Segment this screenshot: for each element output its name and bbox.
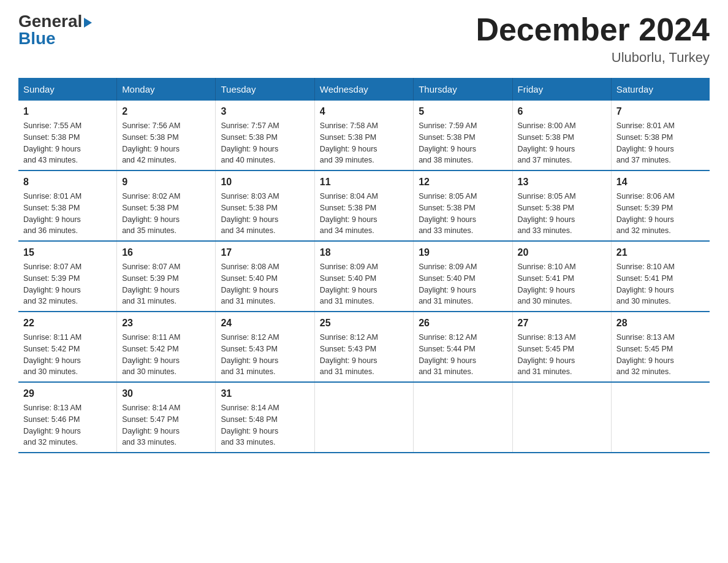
sunset-info: Sunset: 5:46 PM xyxy=(23,414,112,426)
week-row-5: 29 Sunrise: 8:13 AM Sunset: 5:46 PM Dayl… xyxy=(18,382,710,453)
day-cell: 3 Sunrise: 7:57 AM Sunset: 5:38 PM Dayli… xyxy=(216,101,314,170)
daylight-minutes: and 42 minutes. xyxy=(122,155,210,166)
daylight-label: Daylight: 9 hours xyxy=(221,285,309,296)
daylight-minutes: and 34 minutes. xyxy=(221,225,309,237)
daylight-label: Daylight: 9 hours xyxy=(616,355,705,367)
daylight-label: Daylight: 9 hours xyxy=(320,144,408,155)
sunset-info: Sunset: 5:48 PM xyxy=(221,414,309,426)
sunset-info: Sunset: 5:45 PM xyxy=(518,343,606,355)
day-number: 19 xyxy=(419,245,507,260)
day-cell: 15 Sunrise: 8:07 AM Sunset: 5:39 PM Dayl… xyxy=(18,241,117,312)
day-number: 5 xyxy=(419,104,507,119)
sunset-info: Sunset: 5:39 PM xyxy=(23,273,112,285)
header-cell-saturday: Saturday xyxy=(611,78,710,101)
sunset-info: Sunset: 5:38 PM xyxy=(221,202,309,214)
daylight-minutes: and 31 minutes. xyxy=(320,366,408,378)
daylight-label: Daylight: 9 hours xyxy=(419,144,507,155)
sunset-info: Sunset: 5:39 PM xyxy=(616,202,705,214)
daylight-label: Daylight: 9 hours xyxy=(23,144,112,155)
sunrise-info: Sunrise: 8:11 AM xyxy=(122,332,210,343)
day-cell: 9 Sunrise: 8:02 AM Sunset: 5:38 PM Dayli… xyxy=(117,170,216,241)
day-cell xyxy=(611,382,710,453)
sunset-info: Sunset: 5:40 PM xyxy=(320,273,408,285)
sunset-info: Sunset: 5:38 PM xyxy=(23,132,112,144)
daylight-minutes: and 33 minutes. xyxy=(419,225,507,237)
page-header: General Blue December 2024 Uluborlu, Tur… xyxy=(18,12,710,66)
daylight-minutes: and 31 minutes. xyxy=(122,296,210,307)
day-cell: 18 Sunrise: 8:09 AM Sunset: 5:40 PM Dayl… xyxy=(314,241,413,312)
sunset-info: Sunset: 5:40 PM xyxy=(419,273,507,285)
sunset-info: Sunset: 5:39 PM xyxy=(122,273,210,285)
day-cell: 24 Sunrise: 8:12 AM Sunset: 5:43 PM Dayl… xyxy=(216,312,314,382)
sunrise-info: Sunrise: 8:02 AM xyxy=(122,191,210,202)
day-cell xyxy=(314,382,413,453)
daylight-minutes: and 31 minutes. xyxy=(419,296,507,307)
daylight-label: Daylight: 9 hours xyxy=(221,426,309,437)
daylight-minutes: and 33 minutes. xyxy=(221,437,309,448)
day-cell: 27 Sunrise: 8:13 AM Sunset: 5:45 PM Dayl… xyxy=(512,312,611,382)
sunrise-info: Sunrise: 8:06 AM xyxy=(616,191,705,202)
daylight-minutes: and 32 minutes. xyxy=(616,225,705,237)
day-number: 4 xyxy=(320,104,408,119)
day-number: 21 xyxy=(616,245,705,260)
sunrise-info: Sunrise: 8:14 AM xyxy=(122,402,210,414)
day-cell: 12 Sunrise: 8:05 AM Sunset: 5:38 PM Dayl… xyxy=(414,170,512,241)
day-cell: 2 Sunrise: 7:56 AM Sunset: 5:38 PM Dayli… xyxy=(117,101,216,170)
daylight-minutes: and 32 minutes. xyxy=(23,437,112,448)
sunset-info: Sunset: 5:38 PM xyxy=(616,132,705,144)
sunrise-info: Sunrise: 8:12 AM xyxy=(320,332,408,343)
sunset-info: Sunset: 5:38 PM xyxy=(122,132,210,144)
day-cell xyxy=(414,382,512,453)
day-cell: 17 Sunrise: 8:08 AM Sunset: 5:40 PM Dayl… xyxy=(216,241,314,312)
daylight-label: Daylight: 9 hours xyxy=(518,214,606,226)
daylight-minutes: and 31 minutes. xyxy=(419,366,507,378)
sunset-info: Sunset: 5:38 PM xyxy=(320,202,408,214)
sunset-info: Sunset: 5:41 PM xyxy=(616,273,705,285)
sunrise-info: Sunrise: 8:05 AM xyxy=(419,191,507,202)
day-number: 18 xyxy=(320,245,408,260)
sunset-info: Sunset: 5:38 PM xyxy=(518,202,606,214)
day-cell: 19 Sunrise: 8:09 AM Sunset: 5:40 PM Dayl… xyxy=(414,241,512,312)
daylight-minutes: and 30 minutes. xyxy=(23,366,112,378)
day-number: 15 xyxy=(23,245,112,260)
day-cell: 6 Sunrise: 8:00 AM Sunset: 5:38 PM Dayli… xyxy=(512,101,611,170)
sunset-info: Sunset: 5:42 PM xyxy=(122,343,210,355)
daylight-minutes: and 32 minutes. xyxy=(23,296,112,307)
daylight-label: Daylight: 9 hours xyxy=(616,144,705,155)
sunrise-info: Sunrise: 7:58 AM xyxy=(320,120,408,132)
sunrise-info: Sunrise: 8:03 AM xyxy=(221,191,309,202)
day-cell xyxy=(512,382,611,453)
sunrise-info: Sunrise: 8:07 AM xyxy=(23,261,112,273)
day-number: 23 xyxy=(122,316,210,331)
sunrise-info: Sunrise: 8:10 AM xyxy=(616,261,705,273)
sunset-info: Sunset: 5:44 PM xyxy=(419,343,507,355)
calendar-table: SundayMondayTuesdayWednesdayThursdayFrid… xyxy=(18,78,710,453)
page-subtitle: Uluborlu, Turkey xyxy=(476,50,710,66)
day-number: 29 xyxy=(23,386,112,401)
daylight-label: Daylight: 9 hours xyxy=(616,214,705,226)
day-cell: 23 Sunrise: 8:11 AM Sunset: 5:42 PM Dayl… xyxy=(117,312,216,382)
sunset-info: Sunset: 5:38 PM xyxy=(419,132,507,144)
day-number: 10 xyxy=(221,175,309,190)
day-number: 31 xyxy=(221,386,309,401)
daylight-minutes: and 31 minutes. xyxy=(221,366,309,378)
week-row-2: 8 Sunrise: 8:01 AM Sunset: 5:38 PM Dayli… xyxy=(18,170,710,241)
sunset-info: Sunset: 5:40 PM xyxy=(221,273,309,285)
daylight-minutes: and 40 minutes. xyxy=(221,155,309,166)
day-cell: 30 Sunrise: 8:14 AM Sunset: 5:47 PM Dayl… xyxy=(117,382,216,453)
daylight-label: Daylight: 9 hours xyxy=(122,214,210,226)
sunrise-info: Sunrise: 7:56 AM xyxy=(122,120,210,132)
header-cell-monday: Monday xyxy=(117,78,216,101)
header-row: SundayMondayTuesdayWednesdayThursdayFrid… xyxy=(18,78,710,101)
sunset-info: Sunset: 5:38 PM xyxy=(23,202,112,214)
daylight-minutes: and 30 minutes. xyxy=(518,296,606,307)
day-cell: 1 Sunrise: 7:55 AM Sunset: 5:38 PM Dayli… xyxy=(18,101,117,170)
daylight-label: Daylight: 9 hours xyxy=(122,144,210,155)
sunset-info: Sunset: 5:38 PM xyxy=(320,132,408,144)
logo-text-block: General Blue xyxy=(18,12,92,47)
week-row-3: 15 Sunrise: 8:07 AM Sunset: 5:39 PM Dayl… xyxy=(18,241,710,312)
day-number: 24 xyxy=(221,316,309,331)
daylight-minutes: and 37 minutes. xyxy=(616,155,705,166)
day-number: 17 xyxy=(221,245,309,260)
daylight-label: Daylight: 9 hours xyxy=(122,285,210,296)
